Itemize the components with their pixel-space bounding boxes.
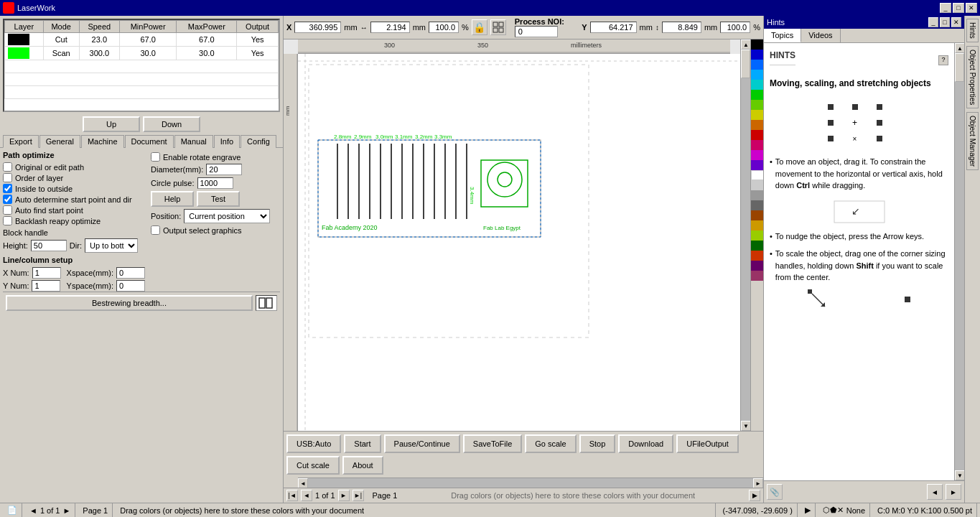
table-row[interactable]: Scan 300.0 30.0 30.0 Yes — [5, 47, 279, 60]
usb-auto-button[interactable]: USB:Auto — [286, 434, 341, 453]
color-cyan[interactable] — [751, 80, 763, 90]
pause-continue-button[interactable]: Pause/Continue — [384, 434, 460, 453]
hints-forward-btn[interactable]: ► — [946, 484, 961, 500]
scrollbar-right[interactable]: ▲ ▼ — [740, 39, 750, 431]
color-sky[interactable] — [751, 70, 763, 80]
hints-max-btn[interactable]: □ — [940, 17, 950, 27]
canvas-drawing-area[interactable]: 2.8mm 2.9mm 3.0mm 3.1mm 3.2mm 3.3mm 3.4m… — [298, 54, 740, 431]
process-noi-input[interactable] — [515, 26, 558, 37]
page-prev-btn[interactable]: ◄ — [301, 490, 312, 501]
color-light-gray[interactable] — [751, 180, 763, 190]
color-dark-purple[interactable] — [751, 261, 763, 271]
position-select[interactable]: Current position Absolute position — [184, 209, 270, 223]
maximize-button[interactable]: □ — [953, 3, 964, 13]
go-scale-button[interactable]: Go scale — [525, 434, 576, 453]
hints-info-btn[interactable]: ? — [938, 55, 948, 65]
bestrewing-button[interactable]: Bestrewing breadth... — [6, 295, 253, 311]
color-pink[interactable] — [751, 140, 763, 150]
color-mauve[interactable] — [751, 271, 763, 281]
scrollbar-bottom[interactable]: ◄ ► — [298, 478, 763, 488]
save-to-file-button[interactable]: SaveToFile — [463, 434, 522, 453]
color-magenta[interactable] — [751, 150, 763, 160]
hints-bookmark-btn[interactable]: 📎 — [767, 484, 783, 500]
sidebar-object-properties-tab[interactable]: Object Properties — [966, 46, 979, 108]
sidebar-hints-tab[interactable]: Hints — [966, 19, 979, 42]
expand-btn[interactable]: ▶ — [749, 490, 760, 501]
tab-info[interactable]: Info — [214, 135, 240, 148]
scroll-right-btn[interactable]: ► — [753, 478, 763, 488]
color-lime[interactable] — [751, 100, 763, 110]
close-button[interactable]: ✕ — [966, 3, 977, 13]
tab-machine[interactable]: Machine — [81, 135, 124, 148]
color-orange[interactable] — [751, 120, 763, 130]
opt-inside-checkbox[interactable] — [3, 184, 12, 193]
color-purple[interactable] — [751, 160, 763, 170]
scroll-up-btn[interactable]: ▲ — [741, 39, 751, 50]
play-icon[interactable]: ▶ — [805, 506, 811, 515]
hints-tab-topics[interactable]: Topics — [764, 29, 801, 42]
xspace-input[interactable] — [116, 267, 145, 279]
tool-icon-2[interactable]: ⬟ — [830, 506, 837, 515]
start-button[interactable]: Start — [344, 434, 381, 453]
color-blue[interactable] — [751, 50, 763, 60]
stop-button[interactable]: Stop — [579, 434, 616, 453]
minimize-button[interactable]: _ — [940, 3, 951, 13]
opt-backlash-checkbox[interactable] — [3, 216, 12, 225]
page-last-btn[interactable]: ►| — [353, 490, 364, 501]
circle-pulse-input[interactable] — [197, 177, 233, 189]
hints-tab-videos[interactable]: Videos — [801, 29, 840, 42]
opt-auto-find-checkbox[interactable] — [3, 205, 12, 215]
rotate-engrave-checkbox[interactable] — [151, 152, 160, 162]
color-dark-gray[interactable] — [751, 200, 763, 210]
up-button[interactable]: Up — [83, 116, 140, 132]
scale-y-input[interactable] — [720, 22, 750, 33]
scroll-left-btn[interactable]: ◄ — [298, 478, 308, 488]
tab-export[interactable]: Export — [3, 135, 39, 148]
nav-left-icon[interactable]: ◄ — [29, 506, 37, 515]
tool-icon-1[interactable]: ⬡ — [823, 506, 830, 515]
lock-icon[interactable]: 🔒 — [472, 19, 487, 35]
color-green[interactable] — [751, 90, 763, 100]
width-input[interactable] — [370, 22, 410, 33]
nav-right-icon[interactable]: ► — [62, 506, 70, 515]
hints-back-btn[interactable]: ◄ — [927, 484, 943, 500]
color-dark-green[interactable] — [751, 241, 763, 251]
y-num-input[interactable] — [32, 280, 60, 292]
download-button[interactable]: Download — [618, 434, 673, 453]
about-button[interactable]: About — [342, 456, 383, 475]
page-first-btn[interactable]: |◄ — [286, 490, 298, 501]
scrollbar-thumb-v[interactable] — [741, 50, 750, 78]
color-red-orange[interactable] — [751, 251, 763, 261]
yspace-input[interactable] — [116, 280, 145, 292]
tool-none-x[interactable]: ✕ — [837, 506, 844, 515]
hints-scroll-up[interactable]: ▲ — [955, 43, 964, 53]
height-value-input[interactable] — [662, 22, 701, 33]
hints-scrollbar-thumb[interactable] — [955, 53, 964, 82]
y-coord-input[interactable] — [590, 22, 637, 33]
scrollbar-track-h[interactable] — [308, 478, 753, 488]
test-button[interactable]: Test — [197, 191, 240, 207]
color-white[interactable] — [751, 170, 763, 180]
tab-manual[interactable]: Manual — [174, 135, 213, 148]
page-next-btn[interactable]: ► — [338, 490, 350, 501]
hints-min-btn[interactable]: _ — [928, 17, 938, 27]
color-gold[interactable] — [751, 220, 763, 230]
diameter-input[interactable] — [206, 164, 242, 175]
opt-order-checkbox[interactable] — [3, 173, 12, 182]
canvas-wrapper[interactable]: 300 350 millimeters mm — [284, 39, 740, 431]
hints-scrollbar[interactable]: ▲ ▼ — [954, 43, 964, 480]
sidebar-object-manager-tab[interactable]: Object Manager — [966, 112, 979, 170]
color-yellow-green[interactable] — [751, 230, 763, 241]
x-coord-input[interactable] — [294, 22, 341, 33]
height-input[interactable] — [31, 240, 67, 251]
opt-original-checkbox[interactable] — [3, 162, 12, 172]
color-brown[interactable] — [751, 210, 763, 220]
color-red[interactable] — [751, 130, 763, 140]
scrollbar-track-v[interactable] — [741, 50, 750, 421]
color-blue-light[interactable] — [751, 60, 763, 70]
x-num-input[interactable] — [32, 267, 61, 279]
tab-config[interactable]: Config — [241, 135, 276, 148]
dir-select[interactable]: Up to bott — [85, 238, 138, 253]
table-row[interactable]: Cut 23.0 67.0 67.0 Yes — [5, 33, 279, 47]
color-yellow[interactable] — [751, 110, 763, 120]
